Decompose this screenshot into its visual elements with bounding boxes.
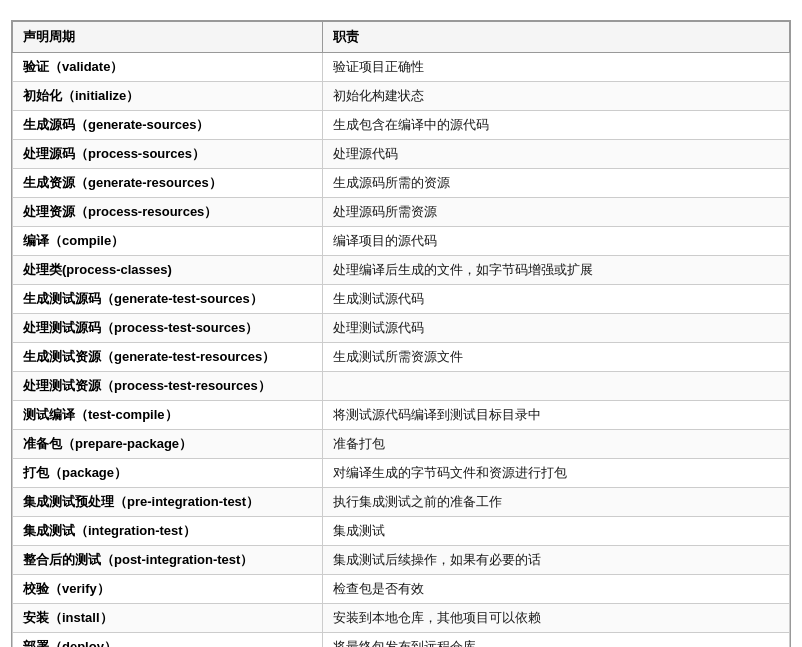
table-row: 处理测试源码（process-test-sources）处理测试源代码 [13,314,790,343]
description-cell: 集成测试后续操作，如果有必要的话 [323,546,790,575]
phase-cell: 集成测试预处理（pre-integration-test） [13,488,323,517]
table-row: 处理测试资源（process-test-resources） [13,372,790,401]
description-cell: 处理源码所需资源 [323,198,790,227]
header-phase: 声明周期 [13,22,323,53]
description-cell [323,372,790,401]
phase-cell: 部署（deploy） [13,633,323,648]
phase-cell: 打包（package） [13,459,323,488]
table-row: 处理源码（process-sources）处理源代码 [13,140,790,169]
description-cell: 对编译生成的字节码文件和资源进行打包 [323,459,790,488]
phase-cell: 验证（validate） [13,53,323,82]
lifecycle-table: 声明周期 职责 验证（validate）验证项目正确性初始化（initializ… [12,21,790,647]
description-cell: 安装到本地仓库，其他项目可以依赖 [323,604,790,633]
phase-cell: 安装（install） [13,604,323,633]
table-row: 处理类(process-classes)处理编译后生成的文件，如字节码增强或扩展 [13,256,790,285]
description-cell: 准备打包 [323,430,790,459]
table-row: 初始化（initialize）初始化构建状态 [13,82,790,111]
table-row: 生成测试源码（generate-test-sources）生成测试源代码 [13,285,790,314]
description-cell: 生成源码所需的资源 [323,169,790,198]
table-header-row: 声明周期 职责 [13,22,790,53]
phase-cell: 处理源码（process-sources） [13,140,323,169]
description-cell: 处理测试源代码 [323,314,790,343]
description-cell: 检查包是否有效 [323,575,790,604]
phase-cell: 校验（verify） [13,575,323,604]
header-responsibility: 职责 [323,22,790,53]
phase-cell: 编译（compile） [13,227,323,256]
table-body: 验证（validate）验证项目正确性初始化（initialize）初始化构建状… [13,53,790,648]
table-row: 集成测试（integration-test）集成测试 [13,517,790,546]
description-cell: 执行集成测试之前的准备工作 [323,488,790,517]
table-row: 部署（deploy）将最终包发布到远程仓库 [13,633,790,648]
phase-cell: 处理测试资源（process-test-resources） [13,372,323,401]
phase-cell: 初始化（initialize） [13,82,323,111]
description-cell: 验证项目正确性 [323,53,790,82]
phase-cell: 测试编译（test-compile） [13,401,323,430]
phase-cell: 整合后的测试（post-integration-test） [13,546,323,575]
table-row: 测试编译（test-compile）将测试源代码编译到测试目标目录中 [13,401,790,430]
description-cell: 生成测试所需资源文件 [323,343,790,372]
table-row: 集成测试预处理（pre-integration-test）执行集成测试之前的准备… [13,488,790,517]
description-cell: 生成测试源代码 [323,285,790,314]
table-row: 生成资源（generate-resources）生成源码所需的资源 [13,169,790,198]
lifecycle-table-container: 声明周期 职责 验证（validate）验证项目正确性初始化（initializ… [11,20,791,647]
description-cell: 集成测试 [323,517,790,546]
phase-cell: 生成测试资源（generate-test-resources） [13,343,323,372]
table-row: 准备包（prepare-package）准备打包 [13,430,790,459]
table-row: 验证（validate）验证项目正确性 [13,53,790,82]
table-row: 处理资源（process-resources）处理源码所需资源 [13,198,790,227]
table-row: 生成测试资源（generate-test-resources）生成测试所需资源文… [13,343,790,372]
table-row: 校验（verify）检查包是否有效 [13,575,790,604]
table-row: 生成源码（generate-sources）生成包含在编译中的源代码 [13,111,790,140]
table-row: 打包（package）对编译生成的字节码文件和资源进行打包 [13,459,790,488]
phase-cell: 处理资源（process-resources） [13,198,323,227]
description-cell: 处理源代码 [323,140,790,169]
table-row: 整合后的测试（post-integration-test）集成测试后续操作，如果… [13,546,790,575]
phase-cell: 处理类(process-classes) [13,256,323,285]
description-cell: 生成包含在编译中的源代码 [323,111,790,140]
phase-cell: 准备包（prepare-package） [13,430,323,459]
phase-cell: 生成测试源码（generate-test-sources） [13,285,323,314]
table-row: 编译（compile）编译项目的源代码 [13,227,790,256]
table-row: 安装（install）安装到本地仓库，其他项目可以依赖 [13,604,790,633]
description-cell: 编译项目的源代码 [323,227,790,256]
description-cell: 初始化构建状态 [323,82,790,111]
description-cell: 将测试源代码编译到测试目标目录中 [323,401,790,430]
description-cell: 将最终包发布到远程仓库 [323,633,790,648]
phase-cell: 集成测试（integration-test） [13,517,323,546]
phase-cell: 生成源码（generate-sources） [13,111,323,140]
phase-cell: 生成资源（generate-resources） [13,169,323,198]
phase-cell: 处理测试源码（process-test-sources） [13,314,323,343]
description-cell: 处理编译后生成的文件，如字节码增强或扩展 [323,256,790,285]
